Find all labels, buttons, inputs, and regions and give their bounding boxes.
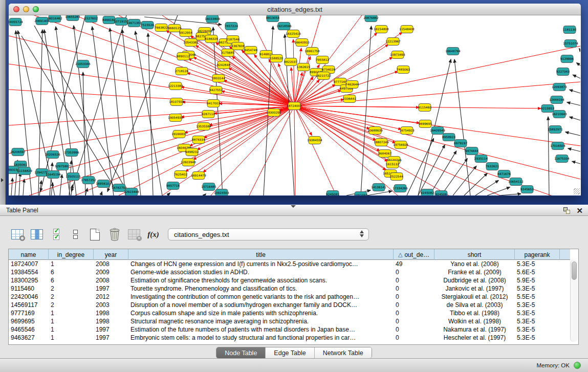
table-row[interactable]: 946362711997Embryonic stem cells: a mode… — [9, 334, 570, 342]
column-header-in_degree[interactable]: in_degree — [49, 249, 94, 260]
graph-node[interactable]: 16648794 — [445, 48, 461, 55]
graph-node[interactable]: 10973493 — [390, 51, 405, 59]
graph-node[interactable]: 19054935 — [168, 114, 183, 122]
graph-node[interactable]: 12923448 — [124, 188, 139, 196]
graph-node[interactable]: 16033809 — [205, 15, 220, 23]
graph-node[interactable]: 15892971 — [548, 126, 563, 134]
tab-node-table[interactable]: Node Table — [216, 347, 265, 358]
graph-node[interactable]: 20876882 — [363, 15, 379, 22]
graph-node[interactable]: 7857224 — [225, 23, 238, 30]
network-canvas[interactable]: 2405572420691406260164621065528715276028… — [9, 15, 581, 195]
graph-node[interactable]: 8958923 — [442, 134, 455, 141]
graph-node[interactable]: 10655287 — [65, 15, 80, 21]
graph-node[interactable]: 18724007 — [287, 102, 302, 110]
table-row[interactable]: 1456911722003Disruption of a novel membe… — [9, 301, 570, 309]
graph-node[interactable]: 8878334 — [192, 136, 205, 144]
graph-node[interactable]: 21053346 — [75, 60, 91, 68]
graph-node[interactable]: 9498232 — [185, 148, 199, 156]
column-header-out_de[interactable]: △out_de… — [394, 249, 434, 260]
graph-node[interactable]: 924508 — [435, 191, 447, 196]
graph-node[interactable]: 2803144 — [212, 75, 225, 82]
citation-network-graph[interactable]: 2405572420691406260164621065528715276028… — [9, 15, 580, 195]
graph-node[interactable]: 9267110 — [202, 111, 215, 118]
function-builder-icon[interactable]: f(x) — [146, 227, 161, 242]
graph-node[interactable]: 20206526 — [45, 151, 60, 159]
graph-node[interactable]: 11156829 — [17, 167, 32, 175]
graph-node[interactable]: 9227343 — [556, 68, 570, 76]
table-row[interactable]: 977716911998Corpus callosum shape and si… — [9, 309, 570, 317]
table-row[interactable]: 911546021997Tourette syndrome. Phenomeno… — [9, 285, 570, 293]
table-row[interactable]: 1872400712008Changes of HCN gene express… — [9, 260, 570, 268]
graph-node[interactable]: 16754923 — [399, 127, 415, 135]
graph-node[interactable]: 1362615 — [297, 63, 310, 71]
graph-node[interactable]: 19756928 — [393, 141, 408, 149]
graph-node[interactable]: 6979197 — [454, 140, 467, 147]
graph-node[interactable]: 7632621 — [486, 163, 499, 170]
select-columns-icon[interactable] — [49, 227, 63, 242]
graph-node[interactable]: 12213383 — [168, 82, 183, 90]
graph-node[interactable]: 9474444 — [465, 147, 478, 155]
graph-node[interactable]: 8427552 — [209, 86, 223, 94]
memory-status-indicator[interactable] — [574, 362, 581, 369]
scrollbar-thumb[interactable] — [572, 261, 577, 280]
graph-node[interactable]: 18325419 — [286, 30, 301, 38]
column-header-year[interactable]: year — [94, 249, 128, 260]
window-resize-grip[interactable] — [574, 188, 580, 194]
graph-node[interactable]: 7663822 — [155, 24, 168, 32]
graph-node[interactable]: 12093873 — [552, 83, 567, 91]
table-row[interactable]: 969969511998Structural magnetic resonanc… — [9, 317, 570, 325]
graph-node[interactable]: 17957252 — [81, 177, 96, 184]
graph-node[interactable]: 16210643 — [552, 111, 567, 118]
graph-node[interactable]: 16640910 — [294, 39, 310, 47]
graph-node[interactable]: 1588520 — [270, 55, 283, 62]
row-height-icon[interactable] — [68, 227, 83, 242]
graph-node[interactable]: 10688639 — [367, 127, 383, 135]
graph-node[interactable]: 15716485 — [201, 183, 216, 191]
graph-node[interactable]: 7462644 — [345, 81, 359, 89]
graph-node[interactable]: 9129996 — [560, 55, 574, 63]
graph-node[interactable]: 9699695 — [419, 120, 432, 128]
column-header-name[interactable]: name — [9, 249, 49, 260]
graph-node[interactable]: 9242848 — [217, 61, 230, 69]
graph-node[interactable]: 11645194 — [46, 171, 61, 179]
delete-table-icon[interactable]: ✕ — [126, 227, 141, 242]
graph-node[interactable]: 7515526 — [141, 21, 154, 29]
graph-node[interactable]: 14671355 — [126, 19, 142, 27]
show-columns-icon[interactable] — [29, 227, 44, 242]
graph-node[interactable]: 9115460 — [418, 104, 431, 112]
graph-node[interactable]: 17016504 — [550, 142, 565, 150]
graph-node[interactable]: 18300295 — [266, 109, 281, 117]
graph-node[interactable]: 9245081 — [326, 191, 339, 196]
table-row[interactable]: 2242004622012Investigating the contribut… — [9, 293, 570, 301]
graph-node[interactable]: 10924503 — [214, 189, 229, 196]
graph-node[interactable]: 10654112 — [508, 178, 524, 186]
close-window-button[interactable] — [13, 6, 19, 12]
graph-node[interactable]: 19384554 — [307, 137, 322, 144]
graph-node[interactable]: 92975887 — [55, 163, 70, 170]
panel-expand-arrow-icon[interactable] — [1, 178, 4, 182]
graph-node[interactable]: 9245652 — [520, 186, 534, 193]
graph-node[interactable]: 2935114 — [474, 155, 488, 163]
tab-network-table[interactable]: Network Table — [314, 347, 372, 358]
table-row[interactable]: 946554611997Estimation of the future num… — [9, 325, 570, 334]
graph-node[interactable]: 15751074 — [563, 40, 578, 48]
graph-node[interactable]: 7955812 — [316, 56, 329, 64]
graph-node[interactable]: 8186328 — [205, 35, 218, 43]
graph-node[interactable]: 1092450 — [354, 192, 367, 196]
new-column-icon[interactable] — [88, 227, 102, 242]
graph-node[interactable]: 14136141 — [371, 184, 386, 191]
graph-node[interactable]: 12603948 — [181, 159, 196, 166]
graph-node[interactable]: 8471676 — [497, 170, 511, 178]
graph-node[interactable]: 11675334 — [554, 155, 570, 163]
delete-column-icon[interactable] — [107, 227, 122, 242]
splitter-handle-icon[interactable] — [291, 205, 296, 208]
graph-node[interactable]: 2718126 — [175, 68, 188, 75]
minimize-window-button[interactable] — [23, 6, 29, 12]
graph-node[interactable]: 1181130 — [563, 26, 576, 34]
tab-edge-table[interactable]: Edge Table — [265, 347, 314, 358]
graph-node[interactable]: 12505115 — [66, 173, 81, 181]
graph-node[interactable]: 9417003 — [207, 100, 220, 107]
graph-node[interactable]: 3175685 — [221, 49, 234, 57]
graph-node[interactable]: 2336441 — [343, 95, 356, 103]
graph-node[interactable]: 17334266 — [393, 185, 408, 192]
